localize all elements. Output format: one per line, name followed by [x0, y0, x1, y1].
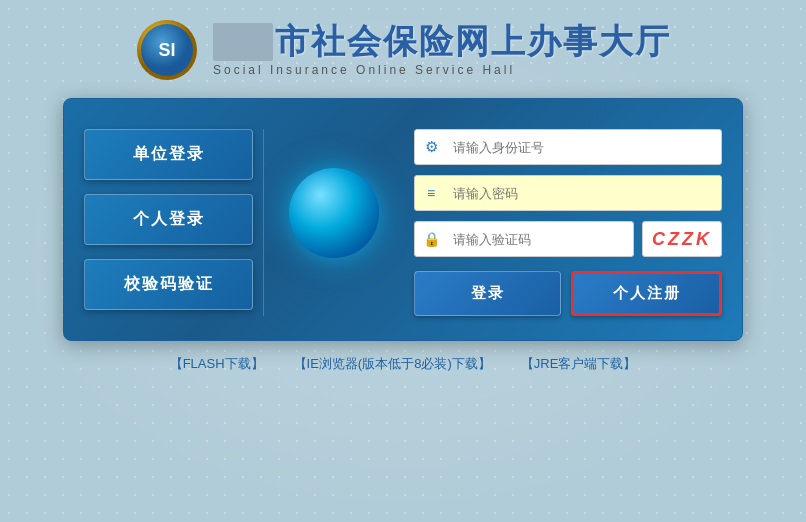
captcha-input[interactable] — [447, 222, 633, 256]
city-name-blurred — [213, 23, 273, 60]
captcha-input-wrap: 🔒 — [414, 221, 634, 257]
id-input[interactable] — [447, 130, 721, 164]
globe-visual — [279, 158, 389, 288]
flash-download-link[interactable]: 【FLASH下载】 — [170, 355, 264, 373]
globe-sphere — [289, 168, 379, 258]
site-title: 市社会保险网上办事大厅 — [213, 23, 671, 60]
left-nav: 单位登录 个人登录 校验码验证 — [84, 129, 264, 316]
list-icon: ≡ — [415, 175, 447, 211]
lock-icon: 🔒 — [415, 221, 447, 257]
site-logo: SI — [135, 18, 199, 82]
main-login-panel: 单位登录 个人登录 校验码验证 ⚙ ≡ 🔒 CZZK — [63, 98, 743, 341]
captcha-image: CZZK — [642, 221, 722, 257]
id-input-row: ⚙ — [414, 129, 722, 165]
form-button-row: 登录 个人注册 — [414, 271, 722, 316]
pwd-input-row: ≡ — [414, 175, 722, 211]
ie-download-link[interactable]: 【IE浏览器(版本低于8必装)下载】 — [294, 355, 491, 373]
gear-icon: ⚙ — [415, 129, 447, 165]
unit-login-button[interactable]: 单位登录 — [84, 129, 253, 180]
login-form: ⚙ ≡ 🔒 CZZK 登录 个人注册 — [404, 129, 722, 316]
page-header: SI 市社会保险网上办事大厅 Social Insurance Online S… — [135, 0, 671, 92]
jre-download-link[interactable]: 【JRE客户端下载】 — [521, 355, 637, 373]
captcha-verify-button[interactable]: 校验码验证 — [84, 259, 253, 310]
captcha-row: 🔒 CZZK — [414, 221, 722, 257]
globe-decoration — [274, 129, 394, 316]
site-subtitle: Social Insurance Online Service Hall — [213, 63, 515, 77]
register-button[interactable]: 个人注册 — [571, 271, 722, 316]
pwd-input[interactable] — [447, 176, 721, 210]
footer-links: 【FLASH下载】 【IE浏览器(版本低于8必装)下载】 【JRE客户端下载】 — [170, 355, 637, 373]
svg-text:SI: SI — [158, 40, 175, 60]
header-text-block: 市社会保险网上办事大厅 Social Insurance Online Serv… — [213, 23, 671, 76]
login-button[interactable]: 登录 — [414, 271, 561, 316]
title-text: 市社会保险网上办事大厅 — [275, 22, 671, 60]
personal-login-button[interactable]: 个人登录 — [84, 194, 253, 245]
